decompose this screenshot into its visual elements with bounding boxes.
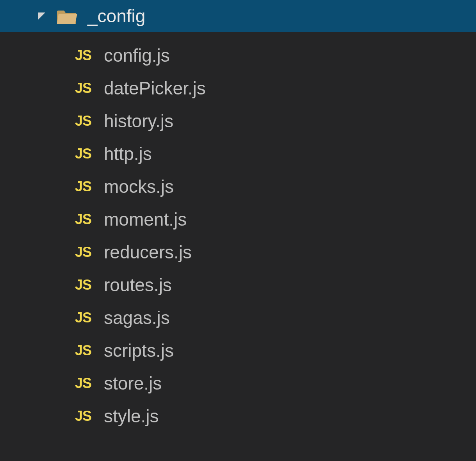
file-item[interactable]: JS mocks.js	[0, 170, 476, 203]
file-item[interactable]: JS history.js	[0, 105, 476, 137]
file-item[interactable]: JS http.js	[0, 137, 476, 170]
file-item[interactable]: JS style.js	[0, 400, 476, 433]
file-name: mocks.js	[104, 176, 174, 197]
file-item[interactable]: JS config.js	[0, 39, 476, 72]
file-name: scripts.js	[104, 340, 174, 361]
file-name: config.js	[104, 45, 170, 66]
js-file-icon: JS	[73, 178, 93, 195]
chevron-down-icon	[38, 12, 45, 20]
js-file-icon: JS	[73, 244, 93, 260]
file-name: datePicker.js	[104, 78, 206, 99]
js-file-icon: JS	[73, 408, 93, 424]
file-name: routes.js	[104, 274, 172, 295]
file-name: sagas.js	[104, 307, 170, 328]
file-name: http.js	[104, 143, 152, 164]
js-file-icon: JS	[73, 310, 93, 326]
file-item[interactable]: JS routes.js	[0, 269, 476, 301]
js-file-icon: JS	[73, 211, 93, 228]
file-name: reducers.js	[104, 242, 192, 263]
js-file-icon: JS	[73, 375, 93, 392]
file-item[interactable]: JS sagas.js	[0, 301, 476, 334]
js-file-icon: JS	[73, 80, 93, 96]
folder-row[interactable]: _config	[0, 0, 476, 32]
file-item[interactable]: JS scripts.js	[0, 334, 476, 367]
folder-name: _config	[87, 5, 145, 27]
folder-open-icon	[56, 8, 78, 24]
file-list: JS config.js JS datePicker.js JS history…	[0, 32, 476, 433]
file-item[interactable]: JS datePicker.js	[0, 72, 476, 105]
file-name: history.js	[104, 110, 173, 132]
js-file-icon: JS	[73, 113, 93, 129]
js-file-icon: JS	[73, 342, 93, 359]
js-file-icon: JS	[73, 277, 93, 293]
file-item[interactable]: JS reducers.js	[0, 236, 476, 269]
file-name: style.js	[104, 406, 159, 427]
file-item[interactable]: JS moment.js	[0, 203, 476, 236]
file-item[interactable]: JS store.js	[0, 367, 476, 400]
js-file-icon: JS	[73, 146, 93, 162]
file-name: moment.js	[104, 209, 187, 230]
file-name: store.js	[104, 373, 162, 394]
js-file-icon: JS	[73, 47, 93, 64]
